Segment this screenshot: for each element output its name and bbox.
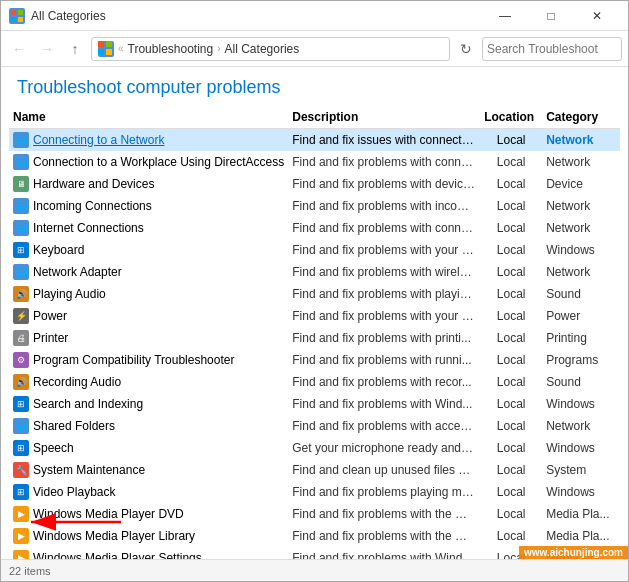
status-bar: 22 items bbox=[1, 559, 628, 581]
item-category: Network bbox=[542, 129, 620, 152]
item-category: Sound bbox=[542, 371, 620, 393]
table-row[interactable]: 🔊Recording AudioFind and fix problems wi… bbox=[9, 371, 620, 393]
forward-button[interactable]: → bbox=[35, 37, 59, 61]
back-button[interactable]: ← bbox=[7, 37, 31, 61]
svg-rect-3 bbox=[18, 17, 23, 22]
item-location: Local bbox=[480, 503, 542, 525]
item-icon: ⚡ bbox=[13, 308, 29, 324]
item-description: Find and clean up unused files an... bbox=[288, 459, 480, 481]
item-category: Network bbox=[542, 217, 620, 239]
item-name: Power bbox=[33, 309, 67, 323]
item-icon: 🌐 bbox=[13, 132, 29, 148]
item-category: System bbox=[542, 459, 620, 481]
item-name: Search and Indexing bbox=[33, 397, 143, 411]
item-category: Media Pla... bbox=[542, 525, 620, 547]
breadcrumb-prefix: « bbox=[118, 43, 124, 54]
window-controls: — □ ✕ bbox=[482, 1, 620, 31]
table-row[interactable]: 🖨PrinterFind and fix problems with print… bbox=[9, 327, 620, 349]
item-category: Device bbox=[542, 173, 620, 195]
item-icon: ▶ bbox=[13, 550, 29, 559]
item-category: Sound bbox=[542, 283, 620, 305]
item-icon: 🌐 bbox=[13, 198, 29, 214]
table-row[interactable]: ⊞SpeechGet your microphone ready and f..… bbox=[9, 437, 620, 459]
item-name: Hardware and Devices bbox=[33, 177, 154, 191]
close-button[interactable]: ✕ bbox=[574, 1, 620, 31]
item-location: Local bbox=[480, 459, 542, 481]
table-row[interactable]: 🌐Network AdapterFind and fix problems wi… bbox=[9, 261, 620, 283]
table-row[interactable]: 🌐Connection to a Workplace Using DirectA… bbox=[9, 151, 620, 173]
minimize-button[interactable]: — bbox=[482, 1, 528, 31]
refresh-button[interactable]: ↻ bbox=[454, 37, 478, 61]
table-row[interactable]: ▶Windows Media Player LibraryFind and fi… bbox=[9, 525, 620, 547]
item-location: Local bbox=[480, 547, 542, 559]
svg-rect-2 bbox=[11, 17, 16, 22]
item-name: Shared Folders bbox=[33, 419, 115, 433]
item-name: Windows Media Player Settings bbox=[33, 551, 202, 559]
table-row[interactable]: ⊞Video PlaybackFind and fix problems pla… bbox=[9, 481, 620, 503]
item-icon: 🌐 bbox=[13, 264, 29, 280]
breadcrumb-current: All Categories bbox=[225, 42, 300, 56]
item-description: Find and fix issues with connectin... bbox=[288, 129, 480, 152]
page-title: Troubleshoot computer problems bbox=[17, 77, 612, 98]
table-row[interactable]: 🌐Internet ConnectionsFind and fix proble… bbox=[9, 217, 620, 239]
item-icon: ⊞ bbox=[13, 242, 29, 258]
item-category: Network bbox=[542, 261, 620, 283]
item-name: Video Playback bbox=[33, 485, 116, 499]
item-category: Windows bbox=[542, 239, 620, 261]
item-icon: 🖥 bbox=[13, 176, 29, 192]
table-row[interactable]: 🌐Shared FoldersFind and fix problems wit… bbox=[9, 415, 620, 437]
maximize-button[interactable]: □ bbox=[528, 1, 574, 31]
item-location: Local bbox=[480, 327, 542, 349]
item-name: Incoming Connections bbox=[33, 199, 152, 213]
table-row[interactable]: ▶Windows Media Player SettingsFind and f… bbox=[9, 547, 620, 559]
item-icon: ⚙ bbox=[13, 352, 29, 368]
item-icon: ▶ bbox=[13, 528, 29, 544]
table-row[interactable]: 🔧System MaintenanceFind and clean up unu… bbox=[9, 459, 620, 481]
up-button[interactable]: ↑ bbox=[63, 37, 87, 61]
item-name[interactable]: Connecting to a Network bbox=[33, 133, 164, 147]
item-description: Find and fix problems with recor... bbox=[288, 371, 480, 393]
item-location: Local bbox=[480, 305, 542, 327]
window-title: All Categories bbox=[31, 9, 482, 23]
col-header-location[interactable]: Location bbox=[480, 106, 542, 129]
table-row[interactable]: 🌐Incoming ConnectionsFind and fix proble… bbox=[9, 195, 620, 217]
search-input[interactable] bbox=[487, 42, 629, 56]
page-heading: Troubleshoot computer problems bbox=[1, 67, 628, 106]
item-description: Find and fix problems with conne... bbox=[288, 151, 480, 173]
item-location: Local bbox=[480, 261, 542, 283]
item-category: Network bbox=[542, 195, 620, 217]
item-location: Local bbox=[480, 129, 542, 152]
item-icon: 🔊 bbox=[13, 374, 29, 390]
svg-rect-0 bbox=[11, 10, 16, 15]
breadcrumb-parent[interactable]: Troubleshooting bbox=[128, 42, 214, 56]
item-location: Local bbox=[480, 151, 542, 173]
table-row[interactable]: 🌐Connecting to a NetworkFind and fix iss… bbox=[9, 129, 620, 152]
item-name: Windows Media Player DVD bbox=[33, 507, 184, 521]
table-row[interactable]: 🖥Hardware and DevicesFind and fix proble… bbox=[9, 173, 620, 195]
table-row[interactable]: ▶Windows Media Player DVDFind and fix pr… bbox=[9, 503, 620, 525]
items-table: Name Description Location Category 🌐Conn… bbox=[9, 106, 620, 559]
table-row[interactable]: ⊞KeyboardFind and fix problems with your… bbox=[9, 239, 620, 261]
table-row[interactable]: 🔊Playing AudioFind and fix problems with… bbox=[9, 283, 620, 305]
table-row[interactable]: ⚙Program Compatibility TroubleshooterFin… bbox=[9, 349, 620, 371]
table-row[interactable]: ⚡PowerFind and fix problems with your c.… bbox=[9, 305, 620, 327]
col-header-category[interactable]: Category bbox=[542, 106, 620, 129]
breadcrumb-bar[interactable]: « Troubleshooting › All Categories bbox=[91, 37, 450, 61]
item-category: Programs bbox=[542, 349, 620, 371]
table-row[interactable]: ⊞Search and IndexingFind and fix problem… bbox=[9, 393, 620, 415]
svg-rect-7 bbox=[106, 49, 112, 55]
item-location: Local bbox=[480, 217, 542, 239]
item-category: Windows bbox=[542, 393, 620, 415]
col-header-description[interactable]: Description bbox=[288, 106, 480, 129]
item-description: Find and fix problems with your c... bbox=[288, 305, 480, 327]
item-location: Local bbox=[480, 415, 542, 437]
item-icon: ⊞ bbox=[13, 440, 29, 456]
item-icon: 🖨 bbox=[13, 330, 29, 346]
col-header-name[interactable]: Name bbox=[9, 106, 288, 129]
item-category: Media Pla... bbox=[542, 547, 620, 559]
item-location: Local bbox=[480, 195, 542, 217]
item-location: Local bbox=[480, 239, 542, 261]
breadcrumb-separator: › bbox=[217, 43, 220, 54]
table-container[interactable]: Name Description Location Category 🌐Conn… bbox=[1, 106, 628, 559]
item-category: Network bbox=[542, 415, 620, 437]
